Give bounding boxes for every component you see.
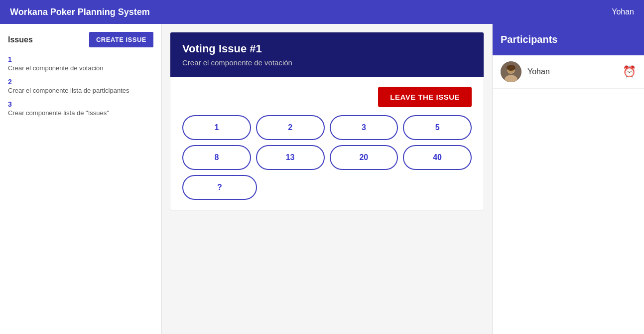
vote-row-1: 1 2 3 5	[182, 115, 472, 140]
leave-row: LEAVE THE ISSUE	[182, 87, 472, 107]
vote-btn-question[interactable]: ?	[182, 175, 257, 200]
vote-btn-2[interactable]: 2	[256, 115, 325, 140]
voting-card: Voting Issue #1 Crear el componente de v…	[170, 32, 484, 210]
sidebar: Issues CREATE ISSUE 1 Crear el component…	[0, 24, 162, 334]
app-title: Workana Poker Planning System	[10, 7, 150, 17]
issue-description-2: Crear el componente lista de participant…	[8, 87, 153, 94]
issue-description-3: Crear componente lista de "Issues"	[8, 109, 153, 117]
create-issue-button[interactable]: CREATE ISSUE	[89, 32, 153, 47]
voting-subtitle: Crear el componente de votación	[182, 58, 472, 67]
participants-title: Participants	[493, 24, 644, 55]
vote-grid: 1 2 3 5 8 13 20 40 ?	[182, 115, 472, 200]
vote-btn-1[interactable]: 1	[182, 115, 251, 140]
content-area: Voting Issue #1 Crear el componente de v…	[162, 24, 492, 334]
vote-btn-5[interactable]: 5	[403, 115, 472, 140]
vote-btn-40[interactable]: 40	[403, 145, 472, 170]
vote-row-3: ?	[182, 175, 472, 200]
vote-btn-8[interactable]: 8	[182, 145, 251, 170]
voting-title: Voting Issue #1	[182, 42, 472, 55]
clock-icon: ⏰	[623, 65, 636, 78]
avatar-image	[501, 61, 521, 82]
vote-btn-3[interactable]: 3	[330, 115, 398, 140]
participants-panel: Participants Yohan ⏰	[492, 24, 644, 334]
sidebar-title: Issues	[8, 35, 33, 44]
vote-row-2: 8 13 20 40	[182, 145, 472, 170]
issue-item-3: 3 Crear componente lista de "Issues"	[8, 100, 153, 117]
header-user: Yohan	[612, 7, 634, 16]
participant-name: Yohan	[527, 67, 623, 76]
main-layout: Issues CREATE ISSUE 1 Crear el component…	[0, 24, 644, 334]
issue-item-1: 1 Crear el componente de votación	[8, 55, 153, 72]
issue-number-2[interactable]: 2	[8, 78, 153, 86]
voting-header: Voting Issue #1 Crear el componente de v…	[170, 32, 484, 77]
participant-item: Yohan ⏰	[493, 55, 644, 89]
vote-btn-13[interactable]: 13	[256, 145, 325, 170]
app-header: Workana Poker Planning System Yohan	[0, 0, 644, 24]
sidebar-header: Issues CREATE ISSUE	[8, 32, 153, 47]
leave-issue-button[interactable]: LEAVE THE ISSUE	[378, 87, 472, 107]
vote-btn-20[interactable]: 20	[330, 145, 398, 170]
issue-item-2: 2 Crear el componente lista de participa…	[8, 78, 153, 94]
issue-number-1[interactable]: 1	[8, 55, 153, 63]
svg-point-4	[507, 65, 515, 71]
avatar	[501, 61, 521, 82]
voting-body: LEAVE THE ISSUE 1 2 3 5 8 13 20	[170, 77, 484, 210]
issue-description-1: Crear el componente de votación	[8, 64, 153, 72]
issue-number-3[interactable]: 3	[8, 100, 153, 108]
